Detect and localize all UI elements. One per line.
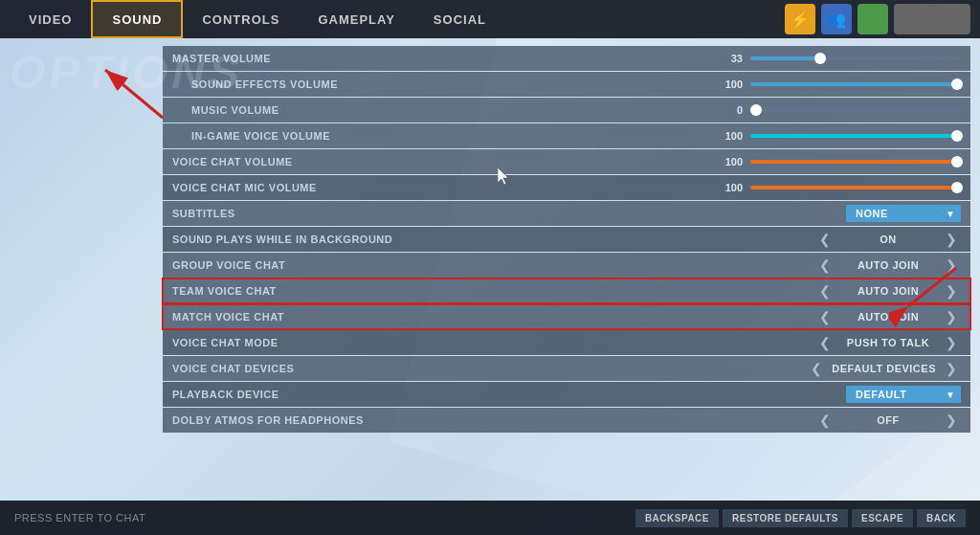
- tab-gameplay[interactable]: GAMEPLAY: [299, 0, 413, 38]
- value-text-voice-devices: DEFAULT DEVICES: [832, 363, 936, 374]
- setting-group-voice-chat: GROUP VOICE CHAT ❮ AUTO JOIN ❯: [163, 253, 970, 278]
- setting-subtitles: SUBTITLES NONE ▼: [163, 201, 970, 226]
- label-music-volume: MUSIC VOLUME: [191, 104, 383, 116]
- annotation-arrow-1: [86, 65, 182, 126]
- dropdown-subtitles-wrapper[interactable]: NONE ▼: [846, 205, 961, 222]
- arrow-nav-dolby: ❮ OFF ❯: [769, 412, 961, 428]
- slider-ingame-voice-volume[interactable]: [750, 134, 961, 138]
- value-master-volume: 33: [364, 53, 961, 64]
- arrow-left-group-voice[interactable]: ❮: [815, 257, 835, 273]
- value-voice-chat-devices: ❮ DEFAULT DEVICES ❯: [364, 361, 961, 376]
- icon-social[interactable]: 👥: [821, 4, 852, 34]
- setting-voice-chat-devices: VOICE CHAT DEVICES ❮ DEFAULT DEVICES ❯: [163, 356, 970, 381]
- value-sound-plays-background: ❮ ON ❯: [392, 232, 961, 247]
- label-team-voice-chat: TEAM VOICE CHAT: [172, 285, 364, 297]
- value-voice-chat-volume: 100: [364, 156, 961, 167]
- restore-defaults-button[interactable]: RESTORE DEFAULTS: [723, 509, 848, 527]
- slider-voice-chat-volume[interactable]: [750, 160, 961, 164]
- value-text-sound-plays: ON: [840, 234, 936, 245]
- setting-master-volume: MASTER VOLUME 33: [163, 46, 970, 71]
- arrow-nav-sound-plays: ❮ ON ❯: [769, 232, 961, 247]
- value-ingame-voice-volume: 100: [383, 130, 961, 142]
- svg-line-3: [908, 268, 956, 306]
- slider-voice-chat-mic-volume[interactable]: [750, 186, 961, 189]
- setting-playback-device: PLAYBACK DEVICE DEFAULT ▼: [163, 382, 970, 407]
- nav-tabs: VIDEO SOUND CONTROLS GAMEPLAY SOCIAL: [10, 0, 785, 38]
- value-text-dolby: OFF: [840, 414, 936, 426]
- setting-music-volume: MUSIC VOLUME 0: [163, 98, 970, 123]
- number-music-volume: 0: [714, 104, 743, 116]
- value-voice-chat-mode: ❮ PUSH TO TALK ❯: [364, 335, 961, 350]
- value-voice-chat-mic-volume: 100: [364, 182, 961, 193]
- number-voice-chat-volume: 100: [714, 156, 743, 167]
- dropdown-playback[interactable]: DEFAULT: [846, 386, 961, 403]
- setting-team-voice-chat: TEAM VOICE CHAT ❮ AUTO JOIN ❯: [163, 279, 970, 303]
- arrow-left-sound-plays[interactable]: ❮: [815, 232, 835, 247]
- escape-button[interactable]: ESCAPE: [852, 509, 913, 527]
- value-match-voice-chat: ❮ AUTO JOIN ❯: [364, 309, 961, 324]
- label-playback-device: PLAYBACK DEVICE: [172, 389, 364, 400]
- press-enter-label: PRESS ENTER TO CHAT: [14, 512, 145, 524]
- arrow-right-dolby[interactable]: ❯: [942, 412, 961, 428]
- label-voice-chat-devices: VOICE CHAT DEVICES: [172, 363, 364, 374]
- label-sound-plays-background: SOUND PLAYS WHILE IN BACKGROUND: [172, 234, 392, 245]
- back-button[interactable]: BACK: [917, 509, 966, 527]
- bottom-buttons: BACKSPACE RESTORE DEFAULTS ESCAPE BACK: [635, 509, 966, 527]
- number-voice-chat-mic-volume: 100: [714, 182, 743, 193]
- label-group-voice-chat: GROUP VOICE CHAT: [172, 259, 364, 271]
- backspace-button[interactable]: BACKSPACE: [635, 509, 719, 527]
- value-sound-effects-volume: 100: [383, 78, 961, 90]
- arrow-right-sound-plays[interactable]: ❯: [942, 232, 961, 247]
- slider-sound-effects-volume[interactable]: [750, 82, 961, 86]
- arrow-left-team-voice[interactable]: ❮: [815, 283, 835, 299]
- label-ingame-voice-volume: IN-GAME VOICE VOLUME: [191, 130, 383, 142]
- label-subtitles: SUBTITLES: [172, 208, 364, 219]
- tab-controls[interactable]: CONTROLS: [183, 0, 299, 38]
- nav-bar: VIDEO SOUND CONTROLS GAMEPLAY SOCIAL ⚡ 👥: [0, 0, 980, 38]
- setting-match-voice-chat: MATCH VOICE CHAT ❮ AUTO JOIN ❯: [163, 304, 970, 329]
- value-dolby-atmos: ❮ OFF ❯: [364, 412, 961, 428]
- svg-line-1: [105, 70, 163, 118]
- arrow-nav-voice-devices: ❮ DEFAULT DEVICES ❯: [769, 361, 961, 376]
- slider-music-volume[interactable]: [750, 108, 961, 112]
- tab-video[interactable]: VIDEO: [10, 0, 91, 38]
- arrow-left-dolby[interactable]: ❮: [815, 412, 835, 428]
- value-music-volume: 0: [383, 104, 961, 116]
- tab-social[interactable]: SOCIAL: [414, 0, 505, 38]
- setting-ingame-voice-volume: IN-GAME VOICE VOLUME 100: [163, 123, 970, 148]
- value-subtitles: NONE ▼: [364, 205, 961, 222]
- setting-sound-effects-volume: SOUND EFFECTS VOLUME 100: [163, 72, 970, 97]
- setting-voice-chat-volume: VOICE CHAT VOLUME 100: [163, 149, 970, 174]
- arrow-right-voice-devices[interactable]: ❯: [942, 361, 961, 376]
- setting-voice-chat-mic-volume: VOICE CHAT MIC VOLUME 100: [163, 175, 970, 200]
- icon-profile[interactable]: [858, 4, 888, 34]
- slider-master-volume[interactable]: [750, 56, 961, 60]
- value-team-voice-chat: ❮ AUTO JOIN ❯: [364, 283, 961, 299]
- label-dolby-atmos: DOLBY ATMOS FOR HEADPHONES: [172, 414, 364, 426]
- dropdown-subtitles[interactable]: NONE: [846, 205, 961, 222]
- setting-dolby-atmos: DOLBY ATMOS FOR HEADPHONES ❮ OFF ❯: [163, 408, 970, 433]
- number-sound-effects-volume: 100: [714, 78, 743, 90]
- arrow-left-match-voice[interactable]: ❮: [815, 309, 835, 324]
- number-master-volume: 33: [714, 53, 743, 64]
- nav-right-icons: ⚡ 👥: [785, 4, 970, 34]
- number-ingame-voice-volume: 100: [714, 130, 743, 142]
- dropdown-playback-wrapper[interactable]: DEFAULT ▼: [846, 386, 961, 403]
- icon-achievements[interactable]: ⚡: [785, 4, 815, 34]
- setting-voice-chat-mode: VOICE CHAT MODE ❮ PUSH TO TALK ❯: [163, 330, 970, 355]
- icon-username: [894, 4, 970, 34]
- label-voice-chat-mode: VOICE CHAT MODE: [172, 337, 364, 348]
- arrow-left-voice-mode[interactable]: ❮: [815, 335, 835, 350]
- setting-sound-plays-background: SOUND PLAYS WHILE IN BACKGROUND ❮ ON ❯: [163, 227, 970, 252]
- settings-panel: MASTER VOLUME 33 SOUND EFFECTS VOLUME 10…: [163, 46, 970, 434]
- label-voice-chat-mic-volume: VOICE CHAT MIC VOLUME: [172, 182, 364, 193]
- arrow-left-voice-devices[interactable]: ❮: [807, 361, 826, 376]
- bottom-bar: PRESS ENTER TO CHAT BACKSPACE RESTORE DE…: [0, 501, 980, 535]
- label-voice-chat-volume: VOICE CHAT VOLUME: [172, 156, 364, 167]
- label-match-voice-chat: MATCH VOICE CHAT: [172, 311, 364, 323]
- value-playback-device: DEFAULT ▼: [364, 386, 961, 403]
- annotation-arrow-2: [889, 258, 966, 339]
- value-group-voice-chat: ❮ AUTO JOIN ❯: [364, 257, 961, 273]
- tab-sound[interactable]: SOUND: [91, 0, 183, 38]
